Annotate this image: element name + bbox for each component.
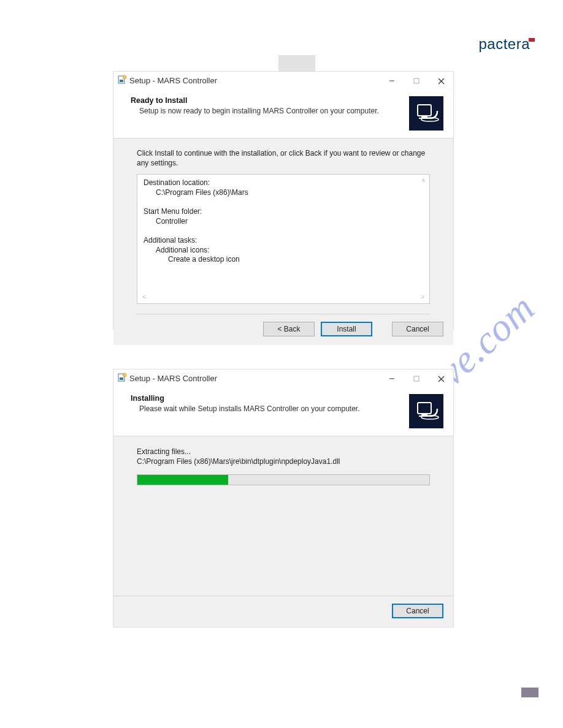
summary-dest-label: Destination location: [144, 178, 423, 188]
svg-rect-18 [418, 403, 431, 414]
redacted-block [278, 55, 315, 72]
page-corner [521, 688, 538, 697]
scroll-up-icon[interactable]: ∧ [421, 177, 426, 184]
install-summary: Destination location: C:\Program Files (… [137, 174, 430, 304]
svg-rect-1 [120, 80, 123, 82]
button-row: Cancel [113, 596, 453, 627]
progress-bar [137, 474, 430, 485]
back-button[interactable]: < Back [263, 322, 315, 336]
wizard-icon [409, 96, 443, 131]
svg-point-13 [123, 373, 126, 377]
setup-dialog-ready: Setup - MARS Controller Ready to Install… [113, 71, 454, 330]
wizard-heading: Ready to Install [131, 96, 379, 105]
setup-dialog-installing: Setup - MARS Controller Installing Pleas… [113, 369, 454, 628]
titlebar: Setup - MARS Controller [113, 370, 453, 388]
wizard-subheading: Please wait while Setup installs MARS Co… [139, 404, 360, 413]
install-button[interactable]: Install [321, 322, 372, 336]
extract-path: C:\Program Files (x86)\Mars\jre\bin\dtpl… [137, 457, 430, 466]
brand-text: pactera [478, 36, 530, 52]
window-title: Setup - MARS Controller [129, 374, 217, 383]
minimize-button[interactable] [380, 72, 404, 90]
summary-tasks-sub: Additional icons: [156, 246, 423, 256]
summary-startmenu-value: Controller [156, 217, 423, 227]
summary-tasks-item: Create a desktop icon [168, 255, 423, 265]
window-controls [380, 72, 453, 90]
extract-label: Extracting files... [137, 447, 430, 456]
button-row: < Back Install Cancel [113, 314, 453, 345]
wizard-subheading: Setup is now ready to begin installing M… [139, 107, 379, 115]
wizard-header: Installing Please wait while Setup insta… [113, 388, 453, 436]
brand-accent-icon [529, 38, 535, 42]
wizard-content: Extracting files... C:\Program Files (x8… [113, 436, 453, 485]
svg-rect-12 [120, 377, 123, 380]
wizard-header-text: Installing Please wait while Setup insta… [131, 394, 360, 413]
svg-point-2 [123, 75, 126, 79]
window-controls [380, 370, 453, 388]
titlebar: Setup - MARS Controller [113, 72, 453, 90]
svg-rect-4 [414, 78, 419, 83]
cancel-button[interactable]: Cancel [392, 322, 443, 336]
scroll-left-icon[interactable]: < [142, 293, 146, 301]
close-button[interactable] [429, 370, 453, 388]
wizard-icon [409, 394, 443, 428]
maximize-button[interactable] [404, 72, 429, 90]
summary-startmenu-label: Start Menu folder: [144, 207, 423, 217]
wizard-header: Ready to Install Setup is now ready to b… [113, 90, 453, 138]
window-title: Setup - MARS Controller [129, 76, 217, 85]
brand-logo: pactera [478, 36, 535, 53]
progress-fill [137, 475, 228, 485]
svg-rect-15 [414, 376, 419, 381]
installer-icon [117, 373, 127, 385]
cancel-button[interactable]: Cancel [392, 604, 443, 618]
summary-dest-value: C:\Program Files (x86)\Mars [156, 188, 423, 198]
scroll-right-icon[interactable]: > [421, 293, 424, 301]
wizard-content: Click Install to continue with the insta… [113, 138, 453, 314]
svg-rect-7 [418, 105, 431, 116]
spacer [378, 322, 386, 336]
wizard-heading: Installing [131, 394, 360, 403]
summary-tasks-label: Additional tasks: [144, 236, 423, 246]
install-intro: Click Install to continue with the insta… [137, 148, 430, 168]
installer-icon [117, 75, 127, 87]
minimize-button[interactable] [380, 370, 404, 388]
close-button[interactable] [429, 72, 453, 90]
wizard-header-text: Ready to Install Setup is now ready to b… [131, 96, 379, 115]
maximize-button[interactable] [404, 370, 429, 388]
